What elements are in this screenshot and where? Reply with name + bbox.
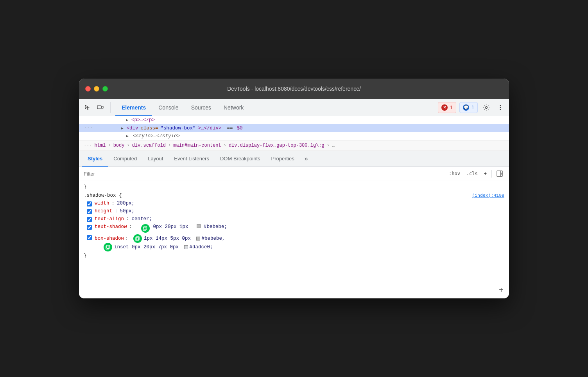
text-shadow-copy-icon[interactable] bbox=[141, 224, 150, 233]
window-title: DevTools - localhost:8080/docs/devtools/… bbox=[227, 86, 361, 92]
bottom-tab-bar: Styles Computed Layout Event Listeners D… bbox=[79, 151, 509, 167]
css-rule-shadow-box: .shadow-box { (index):4198 width : 200px… bbox=[84, 193, 504, 259]
tab-properties[interactable]: Properties bbox=[266, 151, 300, 167]
tab-elements[interactable]: Elements bbox=[115, 99, 152, 116]
box-shadow-copy-icon-2[interactable] bbox=[104, 243, 112, 251]
dom-row-div-selected[interactable]: ··· ▶ <div class="shadow-box" >…</div> =… bbox=[79, 124, 509, 132]
add-rule-button[interactable]: + bbox=[499, 287, 504, 294]
close-button[interactable] bbox=[85, 86, 91, 92]
filter-actions: :hov .cls + bbox=[447, 169, 504, 178]
source-link[interactable]: (index):4198 bbox=[472, 193, 504, 198]
rule-header: .shadow-box { (index):4198 bbox=[84, 193, 504, 198]
maximize-button[interactable] bbox=[102, 86, 108, 92]
prev-rule-close: } bbox=[84, 184, 504, 190]
traffic-lights bbox=[85, 86, 108, 92]
tab-event-listeners[interactable]: Event Listeners bbox=[169, 151, 215, 167]
tab-console[interactable]: Console bbox=[152, 99, 185, 116]
dom-row-p[interactable]: ▶ <p>…</p> bbox=[79, 116, 509, 124]
toggle-panel-icon[interactable] bbox=[495, 169, 504, 178]
property-text-shadow: text-shadow : 0px 20px 1px #bebebe; bbox=[84, 224, 504, 233]
svg-rect-0 bbox=[97, 106, 101, 109]
breadcrumb: ··· html › body › div.scaffold › main#ma… bbox=[79, 140, 509, 151]
title-bar: DevTools - localhost:8080/docs/devtools/… bbox=[79, 79, 509, 99]
filter-divider bbox=[491, 170, 492, 178]
tab-styles[interactable]: Styles bbox=[82, 151, 108, 167]
css-selector: .shadow-box { bbox=[84, 193, 122, 198]
box-shadow-swatch-1[interactable] bbox=[196, 237, 200, 241]
rule-close-brace: } bbox=[84, 253, 504, 259]
filter-input[interactable] bbox=[84, 171, 443, 177]
svg-point-3 bbox=[500, 105, 501, 106]
expand-triangle: ▶ bbox=[126, 118, 128, 122]
breadcrumb-div-flex[interactable]: div.display-flex.gap-top-300.lg\:g bbox=[229, 143, 324, 148]
breadcrumb-main[interactable]: main#main-content bbox=[173, 143, 221, 148]
breadcrumb-body[interactable]: body bbox=[113, 143, 125, 148]
device-toggle-icon[interactable] bbox=[95, 102, 106, 113]
property-height-checkbox[interactable] bbox=[87, 209, 92, 214]
inspect-icon[interactable] bbox=[82, 102, 93, 113]
add-class-button[interactable]: + bbox=[482, 170, 488, 177]
tab-dom-breakpoints[interactable]: DOM Breakpoints bbox=[215, 151, 266, 167]
devtools-panel: Elements Console Sources Network ✕ 1 💬 1 bbox=[79, 99, 509, 298]
dom-row-empty: ▶ <style>…</style> bbox=[79, 132, 509, 140]
svg-rect-8 bbox=[144, 226, 147, 229]
breadcrumb-scaffold[interactable]: div.scaffold bbox=[132, 143, 166, 148]
svg-rect-10 bbox=[136, 236, 139, 239]
property-box-shadow-checkbox[interactable] bbox=[87, 235, 92, 240]
svg-point-4 bbox=[500, 107, 501, 108]
top-tab-bar: Elements Console Sources Network ✕ 1 💬 1 bbox=[79, 99, 509, 116]
minimize-button[interactable] bbox=[94, 86, 99, 92]
devtools-window: DevTools - localhost:8080/docs/devtools/… bbox=[79, 79, 509, 298]
svg-rect-1 bbox=[102, 106, 103, 108]
svg-point-2 bbox=[486, 106, 488, 108]
property-width-checkbox[interactable] bbox=[87, 201, 92, 206]
info-icon: 💬 bbox=[463, 104, 469, 111]
more-options-icon[interactable] bbox=[495, 102, 506, 113]
svg-rect-12 bbox=[106, 245, 109, 248]
property-text-shadow-checkbox[interactable] bbox=[87, 225, 92, 230]
error-icon: ✕ bbox=[441, 104, 448, 111]
property-text-align-checkbox[interactable] bbox=[87, 217, 92, 222]
top-toolbar-icons bbox=[82, 102, 111, 113]
tab-computed[interactable]: Computed bbox=[108, 151, 142, 167]
svg-point-5 bbox=[500, 109, 501, 110]
styles-panel: } .shadow-box { (index):4198 width : 200… bbox=[79, 181, 509, 298]
tab-layout[interactable]: Layout bbox=[142, 151, 169, 167]
settings-icon[interactable] bbox=[481, 102, 492, 113]
info-badge[interactable]: 💬 1 bbox=[459, 102, 478, 113]
tab-sources[interactable]: Sources bbox=[185, 99, 217, 116]
tab-network[interactable]: Network bbox=[217, 99, 250, 116]
top-tabs-right: ✕ 1 💬 1 bbox=[438, 102, 506, 113]
filter-bar: :hov .cls + bbox=[79, 167, 509, 181]
more-tabs-icon[interactable]: » bbox=[301, 151, 311, 167]
property-text-align: text-align : center; bbox=[84, 216, 504, 223]
property-height: height : 50px; bbox=[84, 208, 504, 215]
expand-triangle-div: ▶ bbox=[121, 126, 123, 131]
box-shadow-swatch-2[interactable] bbox=[184, 245, 188, 249]
cls-button[interactable]: .cls bbox=[465, 170, 479, 177]
property-width: width : 200px; bbox=[84, 201, 504, 207]
property-box-shadow: box-shadow : 1px 14px 5px 0px bbox=[84, 234, 504, 251]
hov-button[interactable]: :hov bbox=[447, 170, 462, 177]
breadcrumb-html[interactable]: html bbox=[95, 143, 106, 148]
text-shadow-swatch[interactable] bbox=[197, 224, 201, 228]
elements-panel: ▶ <p>…</p> ··· ▶ <div class="shadow-box"… bbox=[79, 116, 509, 140]
box-shadow-copy-icon-1[interactable] bbox=[133, 234, 142, 243]
svg-rect-6 bbox=[497, 171, 502, 176]
error-badge[interactable]: ✕ 1 bbox=[438, 102, 456, 113]
